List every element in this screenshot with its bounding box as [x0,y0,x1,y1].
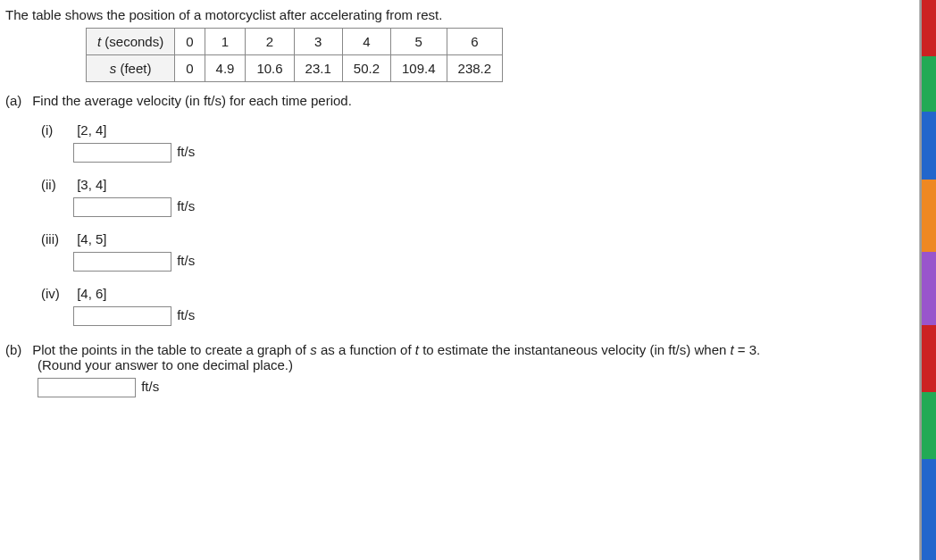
s-cell-4: 50.2 [342,55,390,82]
t-cell-3: 3 [294,29,342,55]
t-cell-6: 6 [447,29,503,55]
subpart-iii: (iii) [4, 5] ft/s [41,231,908,272]
answer-input-iii[interactable] [73,252,171,272]
problem-intro: The table shows the position of a motorc… [5,7,908,22]
answer-input-i[interactable] [73,143,171,163]
s-cell-3: 23.1 [294,55,342,82]
t-cell-2: 2 [246,29,294,55]
s-cell-1: 4.9 [205,55,246,82]
answer-input-ii[interactable] [73,197,171,217]
t-cell-4: 4 [342,29,390,55]
s-cell-2: 10.6 [246,55,294,82]
part-a-label: (a) [5,93,29,108]
s-cell-6: 238.2 [447,55,503,82]
subpart-iv-num: (iv) [41,286,73,301]
unit-i: ft/s [177,144,195,159]
subpart-i-interval: [2, 4] [77,122,106,138]
subpart-iv-interval: [4, 6] [77,286,106,301]
subpart-iv: (iv) [4, 6] ft/s [41,286,908,326]
decorative-side-strip [920,0,936,560]
unit-ii: ft/s [177,198,195,213]
part-a-text: Find the average velocity (in ft/s) for … [32,93,352,108]
t-cell-1: 1 [205,29,246,55]
unit-b: ft/s [141,379,159,394]
part-b-text1: Plot the points in the table to create a… [32,342,760,357]
data-table: t (seconds) 0 1 2 3 4 5 6 s (feet) 0 4.9… [86,28,503,82]
t-cell-0: 0 [175,29,205,55]
unit-iv: ft/s [177,307,195,322]
t-cell-5: 5 [391,29,447,55]
subpart-ii: (ii) [3, 4] ft/s [41,177,908,217]
subpart-iii-num: (iii) [41,231,73,247]
subpart-i: (i) [2, 4] ft/s [41,122,908,163]
part-a: (a) Find the average velocity (in ft/s) … [5,93,908,108]
s-cell-5: 109.4 [391,55,447,82]
part-b: (b) Plot the points in the table to crea… [5,342,908,397]
row-t-header: t (seconds) [87,29,175,55]
part-b-label: (b) [5,342,29,357]
part-b-text2: (Round your answer to one decimal place.… [38,357,908,372]
unit-iii: ft/s [177,253,195,268]
subpart-iii-interval: [4, 5] [77,231,106,247]
subpart-ii-interval: [3, 4] [77,177,106,192]
subpart-ii-num: (ii) [41,177,73,192]
s-cell-0: 0 [175,55,205,82]
answer-input-b[interactable] [38,378,136,397]
row-s-header: s (feet) [87,55,175,82]
subpart-i-num: (i) [41,122,73,138]
answer-input-iv[interactable] [73,306,171,326]
